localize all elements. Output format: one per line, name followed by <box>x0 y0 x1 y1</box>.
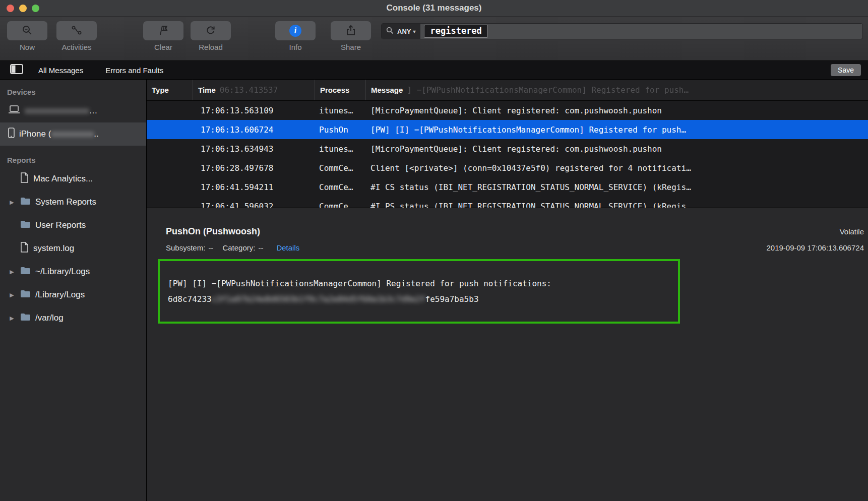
activities-label: Activities <box>61 43 91 51</box>
disclosure-triangle-icon[interactable]: ▶ <box>8 315 16 322</box>
disclosure-triangle-icon[interactable]: ▶ <box>8 292 16 298</box>
table-row[interactable]: 17:06:13.634943 itunes… [MicroPaymentQue… <box>147 139 868 158</box>
info-button[interactable]: i <box>275 21 316 40</box>
sidebar-item-user-reports[interactable]: User Reports <box>0 214 146 237</box>
push-token-suffix: fe59a7ba5b3 <box>425 294 479 304</box>
subsystem-value: -- <box>208 243 213 252</box>
window-title: Console (31 messages) <box>0 3 868 13</box>
reload-button[interactable] <box>191 21 231 40</box>
iphone-icon <box>8 128 15 141</box>
sidebar-item-label: System Reports <box>35 197 96 207</box>
folder-icon <box>20 313 31 324</box>
partial-row-clip: 17:06:41.596032 CommCe… #I PS status (IB… <box>147 197 868 208</box>
category-label: Category: <box>222 243 255 252</box>
cell-time: 17:06:41.594211 <box>193 182 315 192</box>
cell-time: 17:06:13.634943 <box>193 144 315 154</box>
category-value: -- <box>258 243 263 252</box>
document-icon <box>20 172 29 185</box>
cell-time: 17:06:28.497678 <box>193 163 315 173</box>
filter-bar: All Messages Errors and Faults Save <box>0 61 868 80</box>
sidebar-toggle-button[interactable] <box>10 64 23 76</box>
folder-icon <box>20 267 31 277</box>
now-toolbar-item: Now <box>7 21 47 60</box>
close-button[interactable] <box>7 5 14 12</box>
column-header-type[interactable]: Type <box>147 80 193 100</box>
ghost-row-time: 06:13.413537 <box>220 85 278 95</box>
details-link[interactable]: Details <box>276 243 299 252</box>
clear-label: Clear <box>154 43 172 51</box>
sidebar-item-mac-device[interactable]: xxxxxxxxxxxxxxx… <box>0 99 146 122</box>
sidebar-item-var-log[interactable]: ▶ /var/log <box>0 306 146 330</box>
sidebar-item-label: /var/log <box>35 313 64 323</box>
sidebar-item-system-reports[interactable]: ▶ System Reports <box>0 191 146 214</box>
table-row[interactable]: 17:06:41.594211 CommCe… #I CS status (IB… <box>147 177 868 197</box>
reports-section-header: Reports <box>0 151 146 167</box>
device-name-suffix: … <box>89 106 98 115</box>
clear-button[interactable] <box>143 21 183 40</box>
zoom-button[interactable] <box>32 5 39 12</box>
share-label: Share <box>341 43 361 51</box>
table-row[interactable]: 17:06:13.563109 itunes… [MicroPaymentQue… <box>147 101 868 120</box>
search-field[interactable]: ANY ▾ registered <box>381 23 863 39</box>
reload-label: Reload <box>199 43 223 51</box>
sidebar-item-mac-analytics[interactable]: Mac Analytics... <box>0 167 146 191</box>
subsystem-label: Subsystem: <box>166 243 205 252</box>
activities-button[interactable] <box>56 21 97 40</box>
table-row-selected[interactable]: 17:06:13.606724 PushOn [PW] [I] −[PWPush… <box>147 120 868 139</box>
search-query-token[interactable]: registered <box>424 25 487 38</box>
magnifier-now-icon <box>22 25 33 37</box>
cell-process: itunes… <box>315 106 366 115</box>
sidebar-item-user-library-logs[interactable]: ▶ ~/Library/Logs <box>0 260 146 283</box>
cell-process: PushOn <box>315 125 366 135</box>
minimize-button[interactable] <box>19 5 27 12</box>
detail-message-line1: [PW] [I] −[PWPushNotificationsManagerCom… <box>168 276 669 291</box>
save-button[interactable]: Save <box>831 64 861 76</box>
table-row[interactable]: 17:06:28.497678 CommCe… Client [<private… <box>147 158 868 177</box>
activities-route-icon <box>71 25 82 37</box>
search-scope-dropdown[interactable]: ANY ▾ <box>397 28 415 35</box>
column-header-time[interactable]: Time 06:13.413537 <box>193 80 315 100</box>
detail-message-line2: 6d8c74233c3f1a97b24e8d6503b1f9c7a2e84d5f… <box>168 291 669 307</box>
info-toolbar-item: i Info <box>275 21 316 60</box>
table-header: Type Time 06:13.413537 Process Message ]… <box>147 80 868 101</box>
disclosure-triangle-icon[interactable]: ▶ <box>8 199 16 206</box>
reload-toolbar-item: Reload <box>191 21 231 60</box>
cell-process: CommCe… <box>315 182 366 192</box>
cell-time: 17:06:13.606724 <box>193 125 315 135</box>
sidebar-toggle-icon <box>10 64 23 76</box>
cell-process: CommCe… <box>315 163 366 173</box>
now-label: Now <box>20 43 35 51</box>
push-token-masked: c3f1a97b24e8d6503b1f9c7a2e84d5f60a1b3c7d… <box>212 294 425 304</box>
tab-errors-and-faults[interactable]: Errors and Faults <box>105 66 163 75</box>
cell-message: [MicroPaymentQueue]: Client registered: … <box>366 144 868 154</box>
sidebar-item-label: /Library/Logs <box>35 290 85 300</box>
sidebar-item-system-log[interactable]: system.log <box>0 237 146 260</box>
disclosure-triangle-icon[interactable]: ▶ <box>8 269 16 275</box>
search-icon <box>386 27 394 36</box>
cell-message: #I CS status (IBI_NET_REGISTRATION_STATU… <box>366 182 868 192</box>
now-button[interactable] <box>7 21 47 40</box>
masked-device-name: xxxxxxxxxxxxxxx <box>25 106 89 115</box>
column-header-process[interactable]: Process <box>315 80 366 100</box>
detail-timestamp: 2019-09-09 17:06:13.606724 <box>766 243 864 252</box>
cell-message: #I PS status (IBI_NET_REGISTRATION_STATU… <box>366 202 868 208</box>
column-header-message[interactable]: Message ] −[PWPushNotificationsManagerCo… <box>366 80 868 100</box>
sidebar-item-iphone-device[interactable]: iPhone (xxxxxxxxxx.. <box>0 122 146 146</box>
table-row-partial[interactable]: 17:06:41.596032 CommCe… #I PS status (IB… <box>147 197 868 208</box>
share-button[interactable] <box>331 21 371 40</box>
share-toolbar-item: Share <box>331 21 371 60</box>
tab-all-messages[interactable]: All Messages <box>38 66 83 75</box>
devices-section-header: Devices <box>0 83 146 99</box>
sidebar-item-library-logs[interactable]: ▶ /Library/Logs <box>0 283 146 306</box>
clear-flag-icon <box>158 25 169 37</box>
reload-icon <box>205 25 216 37</box>
cell-time: 17:06:41.596032 <box>193 202 315 208</box>
cell-process: CommCe… <box>315 202 366 208</box>
sidebar-item-label: User Reports <box>35 220 86 230</box>
search-scope-value: ANY <box>397 28 411 35</box>
search-scope-area: ANY ▾ <box>382 24 420 39</box>
folder-icon <box>20 290 31 300</box>
sidebar-item-label: Mac Analytics... <box>33 174 93 184</box>
share-icon <box>346 25 356 37</box>
main-area: Type Time 06:13.413537 Process Message ]… <box>147 80 868 501</box>
